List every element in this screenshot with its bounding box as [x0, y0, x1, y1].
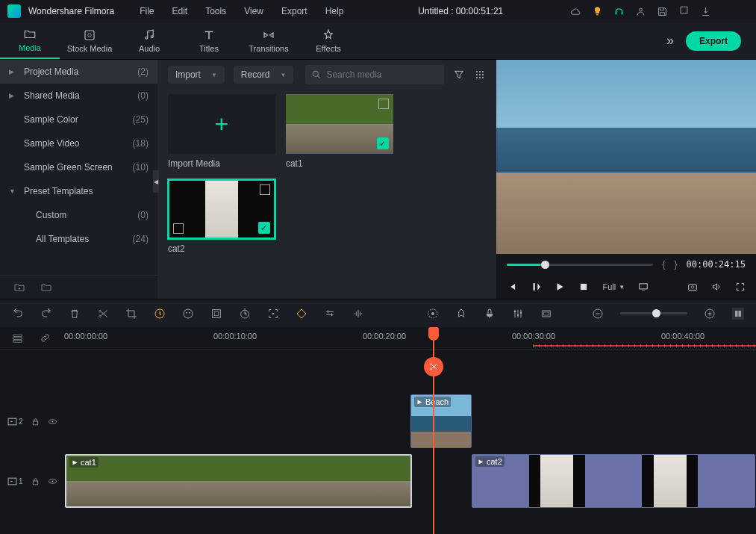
- sidebar-item-sample-color[interactable]: Sample Color(25): [0, 108, 157, 131]
- lock-track-icon[interactable]: [31, 476, 40, 486]
- lock-track-icon[interactable]: [31, 417, 40, 426]
- cloud-icon[interactable]: [570, 6, 581, 17]
- menu-view[interactable]: View: [237, 3, 271, 19]
- link-icon[interactable]: [40, 332, 51, 344]
- zoom-in-button[interactable]: [704, 308, 716, 320]
- menu-export[interactable]: Export: [274, 3, 315, 19]
- clip-cat1[interactable]: cat1: [65, 454, 412, 508]
- svg-rect-15: [581, 284, 587, 290]
- svg-rect-39: [735, 311, 738, 317]
- playhead[interactable]: [433, 327, 434, 534]
- grid-view-icon[interactable]: [474, 69, 486, 81]
- stop-button[interactable]: [578, 282, 589, 292]
- mark-out-button[interactable]: }: [675, 259, 678, 270]
- redo-button[interactable]: [40, 308, 52, 320]
- import-dropdown[interactable]: Import▼: [168, 66, 225, 84]
- render-button[interactable]: [427, 308, 439, 320]
- voiceover-button[interactable]: [484, 308, 496, 320]
- tab-audio[interactable]: Audio: [119, 22, 179, 59]
- media-item-cat1[interactable]: ✓ cat1: [286, 94, 393, 169]
- mark-in-button[interactable]: {: [662, 259, 665, 270]
- menu-edit[interactable]: Edit: [165, 3, 196, 19]
- tab-titles[interactable]: Titles: [179, 22, 239, 59]
- quick-split-button[interactable]: [424, 357, 443, 376]
- tabs-overflow[interactable]: »: [666, 33, 674, 49]
- clip-beach[interactable]: Beach: [410, 394, 472, 448]
- new-folder-icon[interactable]: [13, 282, 25, 294]
- zoom-slider[interactable]: [620, 312, 687, 314]
- green-screen-button[interactable]: [210, 308, 222, 320]
- sidebar-item-shared-media[interactable]: ▶Shared Media(0): [0, 84, 157, 108]
- svg-point-18: [691, 286, 694, 289]
- split-button[interactable]: [97, 308, 109, 320]
- menu-help[interactable]: Help: [318, 3, 352, 19]
- tab-transitions[interactable]: Transitions: [239, 22, 299, 59]
- download-icon[interactable]: [700, 6, 711, 17]
- fullscreen-button[interactable]: [735, 282, 746, 292]
- toggle-track-icon[interactable]: [48, 417, 57, 426]
- play-button[interactable]: [554, 282, 565, 292]
- timeline[interactable]: 00:00:00:00 00:00:10:00 00:00:20:00 00:0…: [0, 327, 756, 534]
- color-button[interactable]: [182, 308, 194, 320]
- quality-dropdown[interactable]: Full▼: [602, 282, 625, 291]
- audio-waveform-button[interactable]: [352, 308, 364, 320]
- headphones-icon[interactable]: [613, 6, 625, 17]
- safe-zone-button[interactable]: [540, 308, 552, 320]
- prev-frame-button[interactable]: [507, 282, 517, 292]
- duration-button[interactable]: [239, 308, 251, 320]
- sidebar-item-sample-video[interactable]: Sample Video(18): [0, 131, 157, 155]
- menu-tools[interactable]: Tools: [198, 3, 234, 19]
- snapshot-button[interactable]: [687, 282, 698, 292]
- svg-point-23: [186, 311, 187, 313]
- sidebar-item-sample-green-screen[interactable]: Sample Green Screen(10): [0, 155, 157, 179]
- svg-rect-35: [543, 311, 551, 317]
- sidebar-item-preset-templates[interactable]: ▼Preset Templates: [0, 179, 157, 203]
- folder-icon[interactable]: [40, 282, 52, 294]
- record-dropdown[interactable]: Record▼: [234, 66, 294, 84]
- svg-point-45: [430, 368, 431, 370]
- svg-point-9: [476, 74, 478, 75]
- notifications-icon[interactable]: [678, 4, 690, 18]
- toggle-track-icon[interactable]: [48, 476, 57, 486]
- display-icon[interactable]: [638, 282, 649, 292]
- proxy-icon: [173, 223, 184, 234]
- adjust-button[interactable]: [324, 308, 336, 320]
- speed-button[interactable]: [154, 308, 166, 320]
- svg-point-33: [517, 314, 519, 316]
- preview-canvas[interactable]: [496, 60, 756, 254]
- keyframe-button[interactable]: [296, 308, 307, 320]
- marker-button[interactable]: [455, 308, 467, 320]
- collapse-handle[interactable]: ◀: [153, 170, 159, 193]
- save-icon[interactable]: [657, 6, 668, 17]
- export-button[interactable]: Export: [686, 31, 741, 51]
- volume-button[interactable]: [711, 282, 722, 292]
- sidebar-item-project-media[interactable]: ▶Project Media(2): [0, 60, 157, 84]
- track-manager-icon[interactable]: [12, 332, 23, 344]
- tab-media[interactable]: Media: [0, 22, 60, 59]
- zoom-fit-button[interactable]: [732, 308, 744, 320]
- search-input[interactable]: [305, 65, 444, 84]
- filter-icon[interactable]: [453, 69, 465, 81]
- crop-button[interactable]: [125, 308, 137, 320]
- tab-effects[interactable]: Effects: [299, 22, 358, 59]
- clip-cat2[interactable]: cat2: [472, 454, 755, 508]
- motion-tracking-button[interactable]: [267, 308, 279, 320]
- media-item-cat2[interactable]: ✓ cat2: [168, 179, 275, 254]
- progress-slider[interactable]: [507, 264, 653, 266]
- svg-rect-17: [689, 285, 697, 291]
- timeline-toolbar: [0, 299, 756, 327]
- account-icon[interactable]: [635, 6, 646, 17]
- sidebar-item-all-templates[interactable]: All Templates(24): [0, 227, 157, 251]
- undo-button[interactable]: [12, 308, 24, 320]
- timeline-ruler[interactable]: 00:00:00:00 00:00:10:00 00:00:20:00 00:0…: [61, 330, 756, 350]
- zoom-out-button[interactable]: [592, 308, 604, 320]
- lightbulb-icon[interactable]: [592, 6, 603, 17]
- menu-file[interactable]: File: [132, 3, 161, 19]
- delete-button[interactable]: [69, 308, 81, 320]
- sidebar-item-custom[interactable]: Custom(0): [0, 203, 157, 227]
- tab-stock-media[interactable]: Stock Media: [60, 22, 119, 59]
- svg-rect-40: [739, 311, 742, 317]
- mixer-button[interactable]: [512, 308, 524, 320]
- media-item-import[interactable]: + Import Media: [168, 94, 275, 169]
- play-pause-button[interactable]: [531, 282, 541, 292]
